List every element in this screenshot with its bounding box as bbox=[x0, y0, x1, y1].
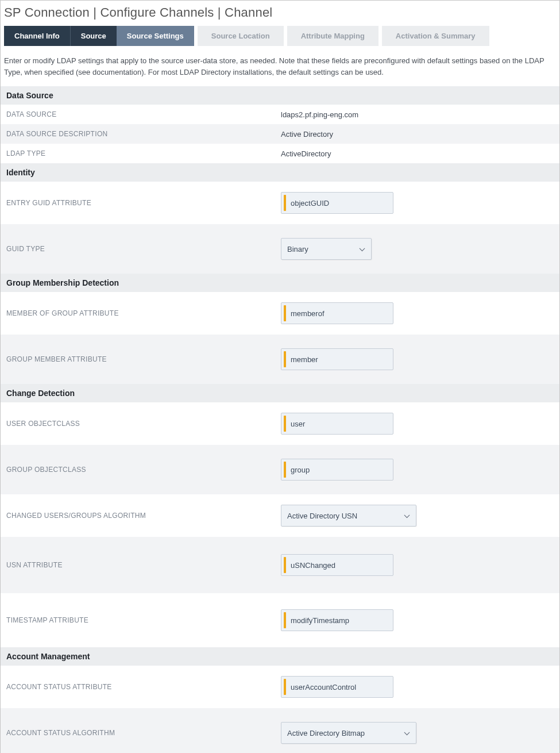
section-identity: Identity bbox=[1, 163, 559, 182]
label-timestamp-attr: TIMESTAMP ATTRIBUTE bbox=[6, 616, 281, 624]
select-account-status-algo-value: Active Directory Bitmap bbox=[287, 729, 365, 737]
row-data-source-desc: DATA SOURCE DESCRIPTION Active Directory bbox=[1, 124, 559, 144]
value-ldap-type: ActiveDirectory bbox=[281, 149, 331, 158]
tab-source-location[interactable]: Source Location bbox=[198, 26, 284, 46]
section-change-detection: Change Detection bbox=[1, 384, 559, 402]
input-usn-attr[interactable] bbox=[281, 554, 393, 576]
label-ldap-type: LDAP TYPE bbox=[6, 149, 281, 157]
select-guid-type[interactable]: Binary bbox=[281, 238, 372, 260]
row-user-objectclass: USER OBJECTCLASS bbox=[1, 402, 559, 445]
label-account-status-attr: ACCOUNT STATUS ATTRIBUTE bbox=[6, 683, 281, 691]
row-account-status-algo: ACCOUNT STATUS ALGORITHM Active Director… bbox=[1, 708, 559, 753]
select-account-status-algo[interactable]: Active Directory Bitmap bbox=[281, 722, 416, 744]
section-group-membership: Group Membership Detection bbox=[1, 274, 559, 292]
tab-activation-summary[interactable]: Activation & Summary bbox=[382, 26, 489, 46]
label-user-objectclass: USER OBJECTCLASS bbox=[6, 420, 281, 428]
row-group-member: GROUP MEMBER ATTRIBUTE bbox=[1, 335, 559, 384]
label-group-objectclass: GROUP OBJECTCLASS bbox=[6, 466, 281, 474]
select-changed-algo-value: Active Directory USN bbox=[287, 512, 357, 520]
row-data-source: DATA SOURCE ldaps2.pf.ping-eng.com bbox=[1, 105, 559, 124]
required-marker-icon bbox=[284, 305, 286, 321]
row-usn-attr: USN ATTRIBUTE bbox=[1, 537, 559, 593]
tab-attribute-mapping[interactable]: Attribute Mapping bbox=[287, 26, 379, 46]
section-account-management: Account Management bbox=[1, 647, 559, 666]
label-data-source-desc: DATA SOURCE DESCRIPTION bbox=[6, 130, 281, 138]
value-data-source: ldaps2.pf.ping-eng.com bbox=[281, 110, 358, 119]
row-group-objectclass: GROUP OBJECTCLASS bbox=[1, 445, 559, 494]
page-title: SP Connection | Configure Channels | Cha… bbox=[1, 1, 559, 26]
select-guid-type-value: Binary bbox=[287, 245, 308, 253]
label-usn-attr: USN ATTRIBUTE bbox=[6, 561, 281, 569]
row-changed-algo: CHANGED USERS/GROUPS ALGORITHM Active Di… bbox=[1, 494, 559, 537]
input-account-status-attr[interactable] bbox=[281, 676, 393, 698]
required-marker-icon bbox=[284, 462, 286, 478]
label-group-member: GROUP MEMBER ATTRIBUTE bbox=[6, 355, 281, 363]
input-user-objectclass[interactable] bbox=[281, 413, 393, 435]
label-changed-algo: CHANGED USERS/GROUPS ALGORITHM bbox=[6, 512, 281, 520]
value-data-source-desc: Active Directory bbox=[281, 130, 333, 139]
input-entry-guid[interactable] bbox=[281, 192, 393, 214]
row-account-status-attr: ACCOUNT STATUS ATTRIBUTE bbox=[1, 666, 559, 708]
row-timestamp-attr: TIMESTAMP ATTRIBUTE bbox=[1, 593, 559, 647]
section-data-source: Data Source bbox=[1, 86, 559, 105]
row-member-of: MEMBER OF GROUP ATTRIBUTE bbox=[1, 292, 559, 335]
label-guid-type: GUID TYPE bbox=[6, 245, 281, 253]
intro-text: Enter or modify LDAP settings that apply… bbox=[1, 46, 559, 86]
label-member-of: MEMBER OF GROUP ATTRIBUTE bbox=[6, 309, 281, 317]
input-group-objectclass[interactable] bbox=[281, 459, 393, 481]
tab-source[interactable]: Source bbox=[70, 26, 117, 46]
label-account-status-algo: ACCOUNT STATUS ALGORITHM bbox=[6, 729, 281, 737]
required-marker-icon bbox=[284, 557, 286, 573]
select-changed-algo[interactable]: Active Directory USN bbox=[281, 505, 416, 527]
required-marker-icon bbox=[284, 195, 286, 211]
required-marker-icon bbox=[284, 416, 286, 432]
chevron-down-icon bbox=[360, 246, 365, 252]
required-marker-icon bbox=[284, 612, 286, 628]
input-timestamp-attr[interactable] bbox=[281, 609, 393, 631]
required-marker-icon bbox=[284, 351, 286, 367]
tab-source-settings[interactable]: Source Settings bbox=[117, 26, 194, 46]
row-guid-type: GUID TYPE Binary bbox=[1, 224, 559, 274]
tab-channel-info[interactable]: Channel Info bbox=[4, 26, 70, 46]
row-entry-guid: ENTRY GUID ATTRIBUTE bbox=[1, 182, 559, 224]
tab-bar: Channel Info Source Source Settings Sour… bbox=[1, 26, 559, 46]
label-data-source: DATA SOURCE bbox=[6, 110, 281, 118]
input-member-of[interactable] bbox=[281, 302, 393, 324]
required-marker-icon bbox=[284, 679, 286, 695]
chevron-down-icon bbox=[404, 730, 410, 736]
input-group-member[interactable] bbox=[281, 348, 393, 370]
label-entry-guid: ENTRY GUID ATTRIBUTE bbox=[6, 199, 281, 207]
row-ldap-type: LDAP TYPE ActiveDirectory bbox=[1, 144, 559, 163]
chevron-down-icon bbox=[404, 513, 410, 518]
